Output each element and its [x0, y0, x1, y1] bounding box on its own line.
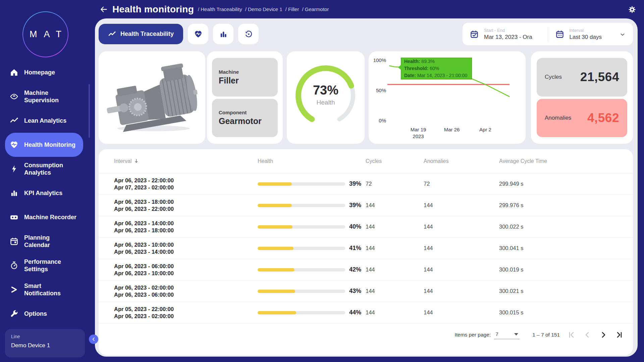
table-row[interactable]: Apr 06, 2023 - 22:00:00 Apr 07, 2023 - 0… [99, 173, 633, 195]
previous-page-icon [583, 331, 592, 339]
breadcrumb-health-traceability[interactable]: / Health Traceability [198, 6, 242, 12]
interval-end: Apr 06, 2023 - 06:00:00 [114, 291, 258, 298]
column-anomalies[interactable]: Anomalies [424, 158, 499, 164]
next-page-button[interactable] [599, 330, 608, 339]
table-row[interactable]: Apr 06, 2023 - 02:00:00 Apr 06, 2023 - 0… [99, 281, 633, 302]
wrench-icon [10, 309, 18, 318]
column-avg-cycle-time[interactable]: Average Cycle Time [499, 158, 633, 164]
anomalies-cell: 144 [424, 224, 499, 230]
line-selector[interactable]: Line Demo Device 1 [5, 329, 85, 357]
items-per-page-label: Items per page: [454, 332, 491, 338]
sidebar-nav: HomepageMachine SupervisionLean Analytic… [0, 60, 95, 326]
sidebar-item-lean-analytics[interactable]: Lean Analytics [5, 109, 83, 133]
cycles-cell: 144 [366, 288, 424, 294]
health-cell: 42% [258, 266, 366, 273]
tooltip-threshold-value: 60% [430, 66, 439, 71]
back-button[interactable] [100, 4, 110, 14]
sidebar-scrollbar[interactable] [89, 84, 90, 138]
kpi-chart-tab-button[interactable] [213, 24, 233, 44]
sidebar-item-smart-notifications[interactable]: Smart Notifications [5, 278, 83, 302]
bar-chart-icon [10, 189, 18, 197]
sidebar-item-health-monitoring[interactable]: Health Monitoring [5, 133, 83, 157]
x-axis-tick: Mar 26 [444, 127, 460, 132]
first-page-button[interactable] [567, 330, 576, 339]
table-row[interactable]: Apr 06, 2023 - 14:00:00 Apr 06, 2023 - 1… [99, 216, 633, 238]
machine-label: Machine [219, 69, 271, 75]
cycles-value: 21,564 [580, 70, 619, 84]
home-icon [10, 68, 18, 77]
cycles-cell: 144 [366, 245, 424, 251]
last-page-button[interactable] [615, 330, 624, 339]
calendar-check-icon [470, 30, 479, 39]
table-body: Apr 06, 2023 - 22:00:00 Apr 07, 2023 - 0… [99, 173, 633, 323]
interval-cell: Apr 06, 2023 - 02:00:00 Apr 06, 2023 - 0… [114, 284, 258, 298]
table-row[interactable]: Apr 06, 2023 - 06:00:00 Apr 06, 2023 - 1… [99, 259, 633, 281]
tab-health-traceability[interactable]: Health Traceability [99, 24, 183, 44]
column-cycles[interactable]: Cycles [366, 158, 424, 164]
chart-tooltip: Health: 89.3% Threshold: 60% Date: Mar 1… [401, 58, 472, 79]
gauge-caption: Health [287, 99, 365, 106]
logo-text: MAT [30, 29, 68, 40]
anomalies-cell: 144 [424, 245, 499, 251]
anomalies-value: 4,562 [587, 111, 619, 125]
start-end-picker[interactable]: Start - End Mar 13, 2023 - Ora [463, 23, 548, 45]
machine-box: Machine Filler [212, 58, 278, 97]
breadcrumb-demo-device[interactable]: / Demo Device 1 [245, 6, 282, 12]
health-gauge-card: 73% Health [287, 51, 365, 144]
breadcrumb-gearmotor[interactable]: / Gearmotor [302, 6, 329, 12]
first-page-icon [567, 331, 576, 339]
column-health[interactable]: Health [258, 158, 366, 164]
send-icon [10, 285, 18, 294]
sidebar: MAT HomepageMachine SupervisionLean Anal… [0, 0, 95, 362]
pagination: Items per page: 7 1 – 7 of 151 [454, 328, 624, 342]
sidebar-item-options[interactable]: Options [5, 302, 83, 326]
health-progress-fill [258, 247, 293, 250]
interval-label: Interval [570, 28, 602, 33]
breadcrumb-filler[interactable]: / Filler [285, 6, 299, 12]
health-progress-fill [258, 268, 294, 272]
settings-gear-button[interactable] [628, 5, 637, 14]
avg-cycle-time-cell: 299.949 s [499, 181, 633, 187]
table-row[interactable]: Apr 06, 2023 - 10:00:00 Apr 06, 2023 - 1… [99, 238, 633, 259]
health-progress-fill [258, 311, 296, 314]
health-cell: 39% [258, 180, 366, 187]
select-caret-icon [514, 333, 518, 336]
heart-pulse-icon [10, 140, 18, 149]
recorder-icon [10, 213, 18, 222]
interval-end: Apr 06, 2023 - 14:00:00 [114, 248, 258, 255]
bar-chart-icon [219, 30, 228, 39]
tooltip-health-value: 89.3% [421, 59, 435, 64]
interval-select[interactable]: Interval Last 30 days [548, 23, 633, 45]
interval-start: Apr 06, 2023 - 06:00:00 [114, 263, 258, 270]
health-progress-track [258, 268, 345, 272]
previous-page-button[interactable] [583, 330, 592, 339]
column-interval[interactable]: Interval [114, 158, 258, 164]
tab-label: Health Traceability [120, 31, 174, 38]
sidebar-item-performance-settings[interactable]: Performance Settings [5, 253, 83, 278]
history-tab-button[interactable] [238, 24, 259, 44]
health-progress-track [258, 311, 345, 314]
health-status-tab-button[interactable] [188, 24, 208, 44]
sidebar-item-homepage[interactable]: Homepage [5, 60, 83, 84]
sidebar-item-machine-recorder[interactable]: Machine Recorder [5, 205, 83, 229]
table-row[interactable]: Apr 05, 2023 - 22:00:00 Apr 06, 2023 - 0… [99, 302, 633, 323]
health-cell: 39% [258, 202, 366, 209]
sidebar-item-label: Smart Notifications [24, 282, 61, 297]
health-progress-track [258, 204, 345, 207]
date-controls: Start - End Mar 13, 2023 - Ora Interval … [463, 23, 633, 45]
sidebar-item-planning-calendar[interactable]: Planning Calendar [5, 229, 83, 253]
items-per-page-select[interactable]: 7 [494, 330, 520, 339]
interval-cell: Apr 06, 2023 - 06:00:00 Apr 06, 2023 - 1… [114, 263, 258, 277]
items-per-page-value: 7 [495, 331, 498, 337]
sidebar-item-kpi-analytics[interactable]: KPI Analytics [5, 181, 83, 205]
sidebar-item-machine-supervision[interactable]: Machine Supervision [5, 84, 83, 109]
app-logo: MAT [22, 11, 68, 57]
eye-icon [10, 92, 18, 101]
interval-start: Apr 05, 2023 - 22:00:00 [114, 306, 258, 313]
trend-icon [10, 116, 18, 125]
sidebar-collapse-button[interactable] [89, 335, 98, 344]
table-row[interactable]: Apr 06, 2023 - 18:00:00 Apr 06, 2023 - 2… [99, 195, 633, 216]
sidebar-item-consumption-analytics[interactable]: Consumption Analytics [5, 157, 83, 181]
table-header: Interval Health Cycles Anomalies Average… [99, 149, 633, 173]
gauge-percent: 73% [287, 83, 365, 98]
